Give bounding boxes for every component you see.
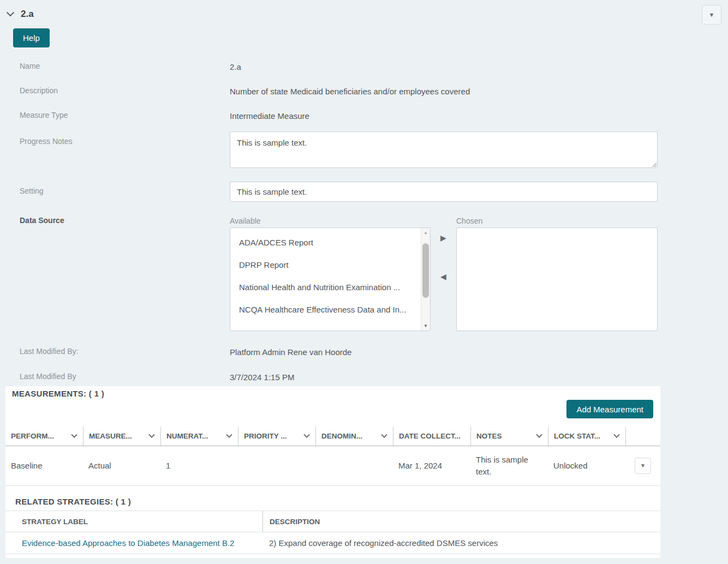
data-source-label: Data Source — [0, 216, 230, 331]
column-header-lock-status[interactable]: LOCK STAT... — [548, 427, 625, 446]
description-value: Number of state Medicaid beneficiaries a… — [230, 86, 658, 97]
column-header-date-collected[interactable]: DATE COLLECT... — [393, 427, 470, 446]
column-header-numerator[interactable]: NUMERAT... — [160, 427, 238, 446]
sort-chevron-icon[interactable] — [381, 431, 387, 437]
cell-performance: Baseline — [5, 460, 83, 472]
last-modified-date-value: 3/7/2024 1:15 PM — [230, 372, 658, 382]
available-list-label: Available — [230, 216, 431, 226]
chosen-list-label: Chosen — [456, 216, 658, 226]
setting-input[interactable] — [230, 182, 658, 202]
measurements-heading: MEASUREMENTS: ( 1 ) — [5, 386, 660, 398]
measurements-panel: MEASUREMENTS: ( 1 ) Add Measurement PERF… — [5, 386, 660, 558]
name-label: Name — [0, 62, 230, 72]
measure-type-value: Intermediate Measure — [230, 111, 658, 121]
column-header-denominator[interactable]: DENOMIN... — [315, 427, 393, 446]
page-title: 2.a — [21, 9, 34, 20]
cell-notes: This is sample text. — [470, 454, 548, 478]
available-list-item[interactable]: National Health and Nutrition Examinatio… — [230, 276, 430, 298]
name-row: Name 2.a — [0, 62, 728, 72]
progress-notes-textarea[interactable]: This is sample text. — [230, 131, 658, 168]
column-header-actions — [625, 427, 660, 446]
description-label: Description — [0, 86, 230, 97]
setting-row: Setting — [0, 182, 728, 202]
last-modified-by-value: Platform Admin Rene van Hoorde — [230, 347, 658, 357]
setting-label: Setting — [0, 182, 230, 202]
available-list-item[interactable]: DPRP Report — [230, 254, 430, 276]
scroll-up-arrow-icon[interactable]: ▲ — [421, 228, 430, 237]
data-source-row: Data Source Available ADA/ADCES Report D… — [0, 216, 728, 331]
last-modified-date-label: Last Modified By — [0, 372, 230, 382]
column-header-notes[interactable]: NOTES — [470, 427, 548, 446]
add-measurement-button[interactable]: Add Measurement — [566, 400, 653, 418]
available-list-item[interactable]: ADA/ADCES Report — [230, 231, 430, 254]
strategy-table-row: Evidence-based Approaches to Diabetes Ma… — [5, 532, 660, 554]
scroll-down-arrow-icon[interactable]: ▼ — [421, 321, 430, 331]
column-header-priority[interactable]: PRIORITY ... — [238, 427, 315, 446]
strategy-link[interactable]: Evidence-based Approaches to Diabetes Ma… — [22, 538, 234, 548]
sort-chevron-icon[interactable] — [148, 431, 154, 437]
dropdown-caret-icon: ▼ — [640, 463, 646, 469]
move-right-arrow-icon[interactable]: ▶ — [440, 234, 446, 242]
cell-numerator: 1 — [160, 460, 238, 472]
column-header-strategy-label: STRATEGY LABEL — [5, 518, 262, 526]
column-header-measure[interactable]: MEASURE... — [83, 427, 160, 446]
description-row: Description Number of state Medicaid ben… — [0, 86, 728, 97]
sort-chevron-icon[interactable] — [613, 431, 619, 437]
available-list-scrollbar[interactable]: ▲ ▼ — [421, 228, 430, 331]
column-header-performance[interactable]: PERFORM... — [5, 427, 83, 446]
list-move-controls: ▶ ◀ — [431, 216, 456, 331]
chosen-listbox[interactable] — [456, 227, 658, 331]
help-button[interactable]: Help — [13, 28, 50, 47]
sort-chevron-icon[interactable] — [71, 431, 77, 437]
name-value: 2.a — [230, 62, 658, 72]
page-header: 2.a — [0, 0, 728, 20]
progress-notes-label: Progress Notes — [0, 131, 230, 170]
page: 2.a ▼ Help Name 2.a Description Number o… — [0, 0, 728, 382]
sort-chevron-icon[interactable] — [226, 431, 232, 437]
cell-measure: Actual — [83, 460, 160, 472]
measurements-table-header: PERFORM... MEASURE... NUMERAT... PRIORIT… — [5, 427, 660, 446]
sort-chevron-icon[interactable] — [536, 431, 542, 437]
measure-type-label: Measure Type — [0, 111, 230, 121]
sort-chevron-icon[interactable] — [303, 431, 309, 437]
page-actions-dropdown-button[interactable]: ▼ — [702, 5, 721, 25]
measure-detail-form: Name 2.a Description Number of state Med… — [0, 62, 728, 382]
progress-notes-row: Progress Notes This is sample text. — [0, 131, 728, 170]
collapse-chevron-icon[interactable] — [7, 9, 14, 16]
last-modified-date-row: Last Modified By 3/7/2024 1:15 PM — [0, 372, 728, 382]
last-modified-by-row: Last Modified By: Platform Admin Rene va… — [0, 347, 728, 357]
cell-date-collected: Mar 1, 2024 — [393, 460, 470, 472]
available-listbox[interactable]: ADA/ADCES Report DPRP Report National He… — [230, 227, 431, 331]
last-modified-by-label: Last Modified By: — [0, 347, 230, 357]
scrollbar-thumb[interactable] — [422, 243, 429, 298]
row-actions-dropdown-button[interactable]: ▼ — [635, 458, 651, 474]
strategy-description: 2) Expand coverage of recognized-accredi… — [262, 538, 660, 548]
cell-lock-status: Unlocked — [548, 460, 625, 472]
dropdown-caret-icon: ▼ — [709, 12, 715, 18]
available-list-item[interactable]: NCQA Healthcare Effectiveness Data and I… — [230, 298, 430, 321]
strategies-table-header: STRATEGY LABEL DESCRIPTION — [5, 511, 660, 532]
measure-type-row: Measure Type Intermediate Measure — [0, 111, 728, 121]
column-header-description: DESCRIPTION — [262, 511, 660, 532]
related-strategies-heading: RELATED STRATEGIES: ( 1 ) — [5, 486, 660, 511]
measurement-table-row: Baseline Actual 1 Mar 1, 2024 This is sa… — [5, 446, 660, 486]
move-left-arrow-icon[interactable]: ◀ — [440, 273, 446, 280]
